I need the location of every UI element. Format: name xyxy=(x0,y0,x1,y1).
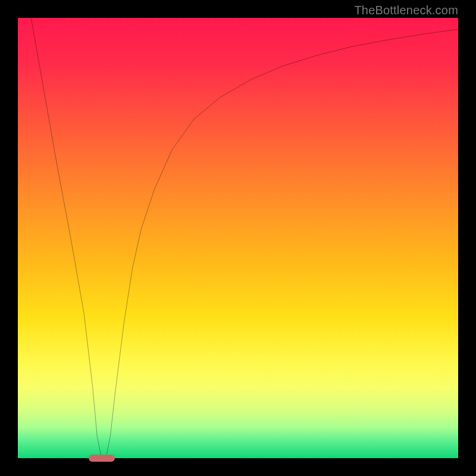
curve-svg xyxy=(18,18,458,458)
chart-frame: TheBottleneck.com xyxy=(0,0,476,476)
watermark-text: TheBottleneck.com xyxy=(354,4,458,17)
optimal-marker xyxy=(89,455,115,462)
plot-area xyxy=(18,18,458,458)
bottleneck-curve xyxy=(31,18,458,458)
